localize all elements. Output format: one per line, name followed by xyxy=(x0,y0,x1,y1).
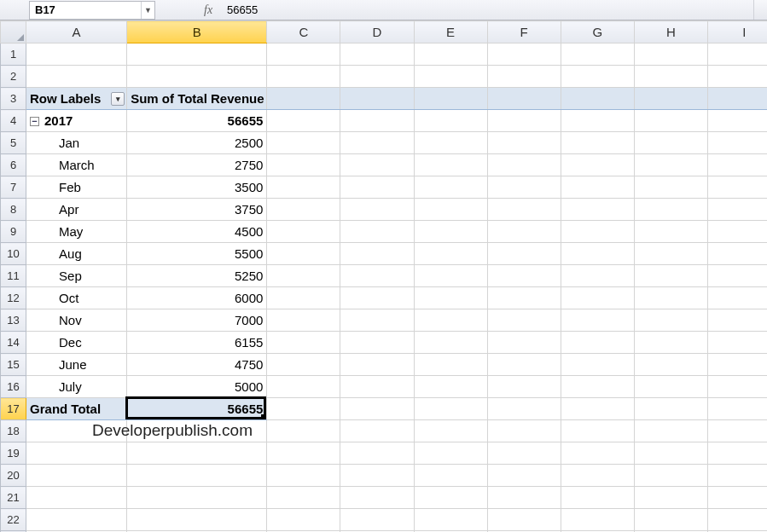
row-header[interactable]: 6 xyxy=(1,154,26,176)
cell[interactable] xyxy=(634,420,707,442)
pivot-month-label[interactable]: June xyxy=(26,354,127,376)
cell[interactable] xyxy=(414,154,487,176)
cell[interactable] xyxy=(414,43,487,66)
pivot-month-label[interactable]: Nov xyxy=(26,309,127,332)
cell[interactable] xyxy=(267,332,340,354)
cell[interactable] xyxy=(634,442,707,465)
cell[interactable] xyxy=(267,287,340,309)
cell[interactable] xyxy=(127,509,267,531)
cell[interactable] xyxy=(561,487,634,509)
cell[interactable] xyxy=(561,110,634,132)
cell[interactable] xyxy=(634,265,707,287)
cell[interactable] xyxy=(634,287,707,309)
pivot-month-value[interactable]: 2750 xyxy=(127,154,267,176)
cell[interactable] xyxy=(707,199,767,221)
cell[interactable] xyxy=(487,199,561,221)
cell[interactable] xyxy=(26,509,127,531)
cell[interactable] xyxy=(707,243,767,265)
cell[interactable] xyxy=(340,309,414,332)
cell[interactable] xyxy=(340,420,414,442)
cell[interactable] xyxy=(707,221,767,243)
pivot-month-value[interactable]: 6155 xyxy=(127,332,267,354)
cell[interactable] xyxy=(340,176,414,199)
cell[interactable] xyxy=(127,43,267,66)
cell[interactable] xyxy=(707,509,767,531)
cell[interactable] xyxy=(634,354,707,376)
cell[interactable] xyxy=(267,265,340,287)
cell[interactable] xyxy=(561,176,634,199)
fx-icon[interactable]: fx xyxy=(201,3,215,18)
row-header[interactable]: 3 xyxy=(1,88,26,110)
pivot-year-row[interactable]: −2017 xyxy=(26,110,127,132)
cell[interactable] xyxy=(634,465,707,487)
cell[interactable] xyxy=(267,465,340,487)
cell[interactable] xyxy=(487,487,561,509)
cell[interactable] xyxy=(267,420,340,442)
cell[interactable] xyxy=(561,43,634,66)
pivot-month-label[interactable]: March xyxy=(26,154,127,176)
cell[interactable] xyxy=(267,509,340,531)
col-header-H[interactable]: H xyxy=(634,21,707,43)
cell[interactable] xyxy=(414,88,487,110)
pivot-month-value[interactable]: 6000 xyxy=(127,287,267,309)
cell[interactable] xyxy=(267,398,340,420)
cell[interactable] xyxy=(26,442,127,465)
cell[interactable] xyxy=(267,199,340,221)
pivot-rowlabels-header[interactable]: Row Labels▾ xyxy=(26,88,127,110)
cell[interactable] xyxy=(340,132,414,154)
cell[interactable] xyxy=(340,243,414,265)
cell[interactable] xyxy=(127,420,267,442)
cell[interactable] xyxy=(561,332,634,354)
pivot-month-value[interactable]: 2500 xyxy=(127,132,267,154)
cell[interactable] xyxy=(487,132,561,154)
cell[interactable] xyxy=(487,309,561,332)
cell[interactable] xyxy=(340,154,414,176)
cell[interactable] xyxy=(634,176,707,199)
cell[interactable] xyxy=(487,332,561,354)
cell[interactable] xyxy=(707,465,767,487)
cell[interactable] xyxy=(561,88,634,110)
cell[interactable] xyxy=(267,176,340,199)
cell[interactable] xyxy=(561,243,634,265)
select-all-corner[interactable] xyxy=(1,21,26,43)
pivot-month-value[interactable]: 5250 xyxy=(127,265,267,287)
cell[interactable] xyxy=(487,509,561,531)
col-header-C[interactable]: C xyxy=(267,21,340,43)
row-header[interactable]: 4 xyxy=(1,110,26,132)
row-header[interactable]: 15 xyxy=(1,354,26,376)
row-header[interactable]: 12 xyxy=(1,287,26,309)
row-header[interactable]: 13 xyxy=(1,309,26,332)
cell[interactable] xyxy=(414,265,487,287)
cell[interactable] xyxy=(414,420,487,442)
cell[interactable] xyxy=(127,442,267,465)
cell[interactable] xyxy=(561,132,634,154)
cell[interactable] xyxy=(634,221,707,243)
cell[interactable] xyxy=(267,442,340,465)
col-header-G[interactable]: G xyxy=(561,21,634,43)
cell[interactable] xyxy=(487,265,561,287)
cell[interactable] xyxy=(340,88,414,110)
row-header[interactable]: 20 xyxy=(1,465,26,487)
row-header[interactable]: 7 xyxy=(1,176,26,199)
pivot-month-label[interactable]: May xyxy=(26,221,127,243)
cell[interactable] xyxy=(487,398,561,420)
pivot-month-label[interactable]: Apr xyxy=(26,199,127,221)
cell[interactable] xyxy=(414,176,487,199)
cell[interactable] xyxy=(707,332,767,354)
cell[interactable] xyxy=(634,509,707,531)
cell[interactable] xyxy=(634,66,707,88)
cell[interactable] xyxy=(561,309,634,332)
pivot-month-value[interactable]: 4500 xyxy=(127,221,267,243)
cell[interactable] xyxy=(267,487,340,509)
row-header[interactable]: 5 xyxy=(1,132,26,154)
cell[interactable] xyxy=(561,420,634,442)
pivot-grand-label[interactable]: Grand Total xyxy=(26,398,127,420)
cell[interactable] xyxy=(414,110,487,132)
pivot-month-value[interactable]: 3500 xyxy=(127,176,267,199)
cell[interactable] xyxy=(340,487,414,509)
cell[interactable] xyxy=(487,43,561,66)
cell[interactable] xyxy=(707,376,767,398)
cell[interactable] xyxy=(26,487,127,509)
cell[interactable] xyxy=(487,176,561,199)
cell[interactable] xyxy=(267,376,340,398)
